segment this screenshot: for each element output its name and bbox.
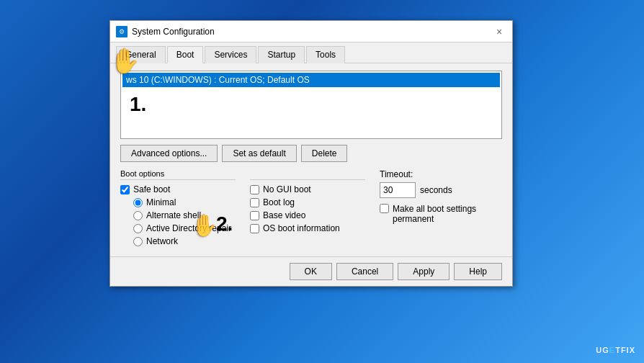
timeout-input[interactable] <box>380 182 416 198</box>
permanent-checkbox[interactable] <box>380 204 389 213</box>
tab-boot[interactable]: Boot <box>167 46 204 63</box>
watermark-highlight: E <box>609 346 615 354</box>
ok-button[interactable]: OK <box>290 263 332 280</box>
active-directory-radio[interactable] <box>133 224 143 233</box>
close-button[interactable]: × <box>492 24 506 39</box>
alternate-shell-label: Alternate shell <box>146 210 201 220</box>
base-video-label: Base video <box>263 210 305 220</box>
boot-log-label: Boot log <box>263 197 295 207</box>
os-boot-row: OS boot information <box>250 223 365 233</box>
base-video-checkbox[interactable] <box>250 211 259 220</box>
alternate-shell-radio[interactable] <box>133 211 143 220</box>
alternate-shell-row: Alternate shell <box>120 210 236 220</box>
boot-list: ws 10 (C:\WINDOWS) : Current OS; Default… <box>120 71 502 139</box>
tab-startup[interactable]: Startup <box>258 46 305 63</box>
minimal-row: Minimal <box>120 197 236 207</box>
bottom-buttons: OK Cancel Apply Help <box>110 256 512 286</box>
boot-options-left: Boot options Safe boot Minimal Alternate… <box>120 169 236 249</box>
permanent-row: Make all boot settings permanent <box>380 204 502 224</box>
dialog-icon-symbol: ⚙ <box>119 28 125 35</box>
timeout-section: Timeout: seconds Make all boot settings … <box>380 169 502 249</box>
boot-log-row: Boot log <box>250 197 365 207</box>
tab-bar: General Boot Services Startup Tools <box>110 42 512 63</box>
system-configuration-dialog: ⚙ System Configuration × General Boot Se… <box>109 20 513 287</box>
no-gui-label: No GUI boot <box>263 184 311 194</box>
seconds-label: seconds <box>420 185 452 195</box>
os-boot-label: OS boot information <box>263 223 340 233</box>
action-buttons: Advanced options... Set as default Delet… <box>120 145 502 162</box>
timeout-row: seconds <box>380 182 502 198</box>
boot-tab-content: ws 10 (C:\WINDOWS) : Current OS; Default… <box>110 63 512 256</box>
advanced-options-button[interactable]: Advanced options... <box>120 145 218 162</box>
boot-options-right: No GUI boot Boot log Base video OS boot … <box>250 169 365 249</box>
boot-options-label2 <box>250 169 365 180</box>
step1-label: 1. <box>122 87 500 116</box>
active-directory-row: Active Directory repair <box>120 223 236 233</box>
help-button[interactable]: Help <box>454 263 502 280</box>
boot-list-item[interactable]: ws 10 (C:\WINDOWS) : Current OS; Default… <box>122 73 500 87</box>
set-default-button[interactable]: Set as default <box>222 145 296 162</box>
minimal-label: Minimal <box>146 197 176 207</box>
network-radio[interactable] <box>133 237 143 246</box>
tab-tools[interactable]: Tools <box>306 46 345 63</box>
active-directory-label: Active Directory repair <box>146 223 231 233</box>
base-video-row: Base video <box>250 210 365 220</box>
network-row: Network <box>120 236 236 246</box>
apply-button[interactable]: Apply <box>398 263 450 280</box>
boot-options-section: Boot options Safe boot Minimal Alternate… <box>120 169 502 249</box>
safe-boot-row: Safe boot <box>120 184 236 194</box>
no-gui-checkbox[interactable] <box>250 185 259 194</box>
network-label: Network <box>146 236 178 246</box>
boot-log-checkbox[interactable] <box>250 198 259 207</box>
safe-boot-checkbox[interactable] <box>120 185 130 194</box>
safe-boot-label: Safe boot <box>133 184 170 194</box>
tab-services[interactable]: Services <box>205 46 256 63</box>
watermark: UGETFIX <box>596 346 635 354</box>
boot-options-label: Boot options <box>120 169 236 180</box>
title-bar: ⚙ System Configuration × <box>110 21 512 42</box>
minimal-radio[interactable] <box>133 198 143 207</box>
timeout-label: Timeout: <box>380 169 502 179</box>
tab-general[interactable]: General <box>116 46 166 63</box>
cancel-button[interactable]: Cancel <box>336 263 393 280</box>
dialog-title: System Configuration <box>132 27 488 37</box>
dialog-icon: ⚙ <box>116 26 128 37</box>
no-gui-row: No GUI boot <box>250 184 365 194</box>
delete-button[interactable]: Delete <box>301 145 348 162</box>
permanent-label: Make all boot settings permanent <box>393 204 502 224</box>
os-boot-checkbox[interactable] <box>250 224 259 233</box>
